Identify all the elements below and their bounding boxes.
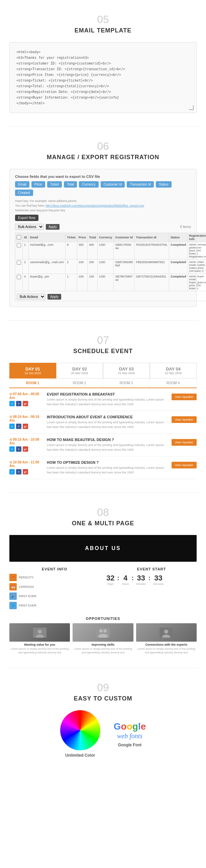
google-o1: o	[121, 721, 127, 732]
section-number-07: 07	[7, 334, 199, 346]
th-price: Price	[77, 233, 88, 242]
schedule-item-2: ⊙ 08:10 Am - 09:10 Am t f g+ INTRODUCTIO…	[9, 411, 197, 434]
google-g: G	[114, 721, 121, 732]
opp-desc-3: Lorem ipsum is simply dummy text of the …	[136, 647, 197, 654]
countdown-sep-1: :	[117, 575, 119, 582]
facebook-icon-4[interactable]: f	[16, 469, 21, 474]
schedule-item-4: ⊙ 10:58 Am - 11:00 Am t f g+ HOW TO OPTI…	[9, 456, 197, 479]
facebook-icon-2[interactable]: f	[16, 424, 21, 429]
gplus-icon-3[interactable]: g+	[23, 446, 28, 452]
room-tab-1[interactable]: ROOM 1	[9, 378, 56, 388]
view-speaker-btn-2[interactable]: View Speaker	[172, 416, 197, 423]
field-customer-id[interactable]: Customer Id	[101, 181, 125, 188]
opp-desc-1: Lorem ipsum is simply dummy text of the …	[9, 647, 70, 654]
day-tab-3[interactable]: DAY 03 21 Nov 2016	[103, 363, 150, 378]
info-item-1: 📍 PERSCITY	[9, 574, 100, 581]
schedule-social-3: t f g+	[9, 446, 43, 452]
room-tab-2[interactable]: ROOM 2	[56, 378, 103, 388]
countdown-minutes-num: 33	[137, 574, 146, 583]
color-label: Unlimited Color	[60, 753, 100, 758]
view-speaker-btn-4[interactable]: View Speaker	[172, 462, 197, 468]
field-ticket[interactable]: Ticket	[47, 181, 62, 188]
th-transaction-id: Transaction Id	[135, 233, 169, 242]
th-total: Total	[88, 233, 98, 242]
th-reg-info: Registration Info	[187, 233, 206, 242]
day-date-2: 20 Nov 2016	[58, 371, 101, 375]
th-checkbox	[16, 233, 23, 242]
svg-point-5	[103, 629, 107, 632]
countdown-hours-label: Hours	[122, 583, 129, 586]
event-title-3: HOW TO MAKE BEAUTIFUL DESIGN ?	[47, 438, 168, 442]
room-tab-4[interactable]: ROOM 4	[150, 378, 197, 388]
opp-label-3: Connections with the experts	[136, 643, 197, 646]
day-tab-4[interactable]: DAY 04 22 Nov 2016	[150, 363, 197, 378]
view-speaker-btn-1[interactable]: View Speaker	[172, 394, 197, 400]
bulk-actions-select[interactable]: Bulk Actions	[15, 224, 44, 230]
facebook-icon-3[interactable]: f	[16, 446, 21, 452]
date-icon: 📅	[9, 583, 17, 590]
row-2-checkbox[interactable]	[17, 260, 21, 265]
page-preview: ABOUT US EVENT INFO 📍 PERSCITY 📅 13/05/2…	[9, 535, 197, 654]
select-all-checkbox[interactable]	[17, 235, 21, 239]
schedule-content-4: HOW TO OPTIMIZE DESIGN ? Lorem Ipsum is …	[43, 460, 172, 475]
gplus-icon-2[interactable]: g+	[23, 424, 28, 429]
day-tab-2[interactable]: DAY 02 20 Nov 2016	[56, 363, 103, 378]
about-text: ABOUT US	[85, 545, 121, 551]
export-link[interactable]: http://docs.mailchip.com/documentation/r…	[46, 204, 144, 207]
gplus-icon-1[interactable]: g+	[23, 401, 28, 406]
google-o2: o	[127, 721, 133, 732]
view-speaker-btn-3[interactable]: View Speaker	[172, 439, 197, 446]
field-transaction-id[interactable]: Transaction Id	[127, 181, 154, 188]
bulk-actions-select-bottom[interactable]: Bulk Actions	[17, 293, 46, 300]
row-4-checkbox[interactable]	[17, 275, 21, 279]
export-now-btn[interactable]: Export Now	[15, 215, 38, 221]
countdown-minutes: 33 Minutes	[137, 574, 146, 586]
schedule-content-2: INTRODUCTION ABOUT EVENT & CONFERENCE Lo…	[43, 415, 172, 429]
event-info-left: EVENT INFO 📍 PERSCITY 📅 13/05/2024 🎤 FIR…	[9, 567, 100, 611]
facebook-icon-1[interactable]: f	[16, 401, 21, 406]
about-hero: ABOUT US	[9, 535, 197, 562]
gplus-icon-4[interactable]: g+	[23, 469, 28, 474]
twitter-icon-4[interactable]: t	[9, 469, 15, 474]
schedule-social-4: t f g+	[9, 469, 43, 474]
apply-button[interactable]: Apply	[46, 224, 60, 230]
location-icon: 📍	[9, 574, 17, 581]
time-range-3: ⊙ 09:15 Am - 10:00 Am	[9, 438, 43, 445]
table-row: 2useremails@g...mail.com2100200USD GB872…	[16, 259, 206, 274]
schedule-content-1: EVENT REGISTRATION & BREAKFAST Lorem Ips…	[43, 392, 172, 407]
room-tab-3[interactable]: ROOM 3	[103, 378, 150, 388]
info-item-3: 🎤 FIRST EVER	[9, 592, 100, 600]
opp-image-1	[9, 623, 70, 642]
twitter-icon-1[interactable]: t	[9, 401, 15, 406]
day-tab-1[interactable]: DAY 01 19 Jun 2016	[9, 363, 56, 378]
countdown-seconds-num: 33	[153, 574, 164, 583]
google-e: e	[141, 721, 146, 732]
color-wheel	[60, 710, 100, 750]
field-price[interactable]: Price	[31, 181, 45, 188]
schedule-content-3: HOW TO MAKE BEAUTIFUL DESIGN ? Lorem Ips…	[43, 438, 172, 452]
field-status[interactable]: Status	[156, 181, 171, 188]
field-email[interactable]: Email	[15, 181, 29, 188]
schedule-time-3: ⊙ 09:15 Am - 10:00 Am t f g+	[9, 438, 43, 452]
google-l: l	[138, 721, 141, 732]
row-1-checkbox[interactable]	[17, 243, 21, 247]
apply-button-bottom[interactable]: Apply	[48, 294, 61, 300]
th-currency: Currency	[97, 233, 114, 242]
svg-point-8	[164, 629, 168, 633]
day-label-1: DAY 01	[11, 367, 55, 371]
table-row: 4buyer@g...pm1100100USD SB78675897 42GB7…	[16, 274, 206, 291]
event-desc-1: Lorem Ipsum is simply dummy text of the …	[47, 398, 168, 407]
room-tabs: ROOM 1 ROOM 2 ROOM 3 ROOM 4	[9, 378, 197, 388]
opp-item-3: Connections with the experts Lorem ipsum…	[136, 623, 197, 654]
twitter-icon-2[interactable]: t	[9, 424, 15, 429]
schedule-time-2: ⊙ 08:10 Am - 09:10 Am t f g+	[9, 415, 43, 429]
info-text-1: PERSCITY	[19, 576, 34, 579]
countdown-hours: 4 Hours	[122, 574, 129, 586]
opp-label-1: Meeting value for you	[9, 643, 70, 646]
field-created[interactable]: Created	[15, 190, 33, 196]
field-total[interactable]: Total	[64, 181, 77, 188]
day-label-3: DAY 03	[105, 367, 148, 371]
speaker-icon: 🎤	[9, 592, 17, 600]
field-currency[interactable]: Currency	[79, 181, 99, 188]
twitter-icon-3[interactable]: t	[9, 446, 15, 452]
